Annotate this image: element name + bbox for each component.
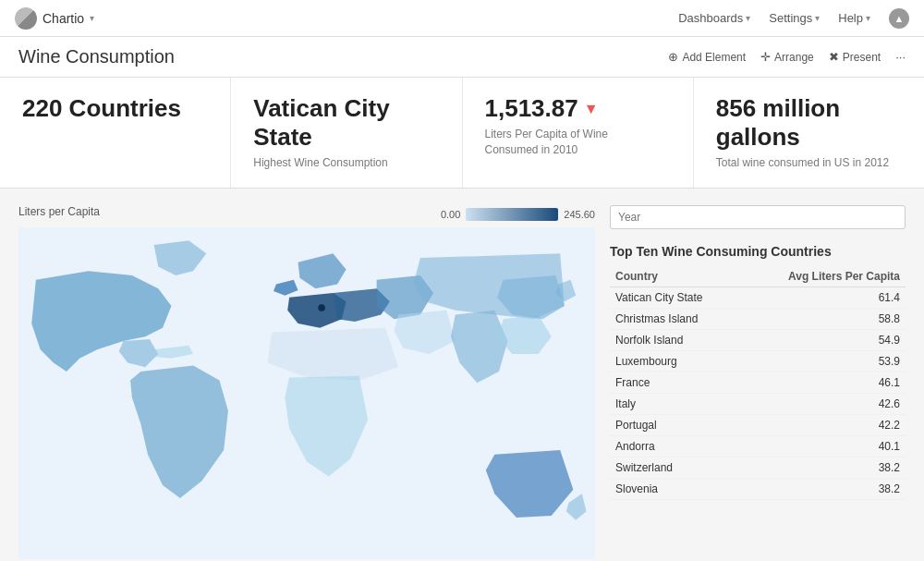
help-chevron: ▾ [866,13,870,23]
avg-cell: 42.2 [741,415,906,436]
avg-cell: 54.9 [741,330,906,351]
country-cell: Andorra [610,436,741,457]
svg-point-1 [318,304,325,311]
brand-name[interactable]: Chartio [43,11,84,26]
nav-help[interactable]: Help ▾ [838,11,870,25]
avg-cell: 58.8 [741,309,906,330]
metric-vatican-value: Vatican City State [253,94,439,152]
country-cell: Slovenia [610,479,741,500]
country-cell: Christmas Island [610,309,741,330]
dashboards-chevron: ▾ [746,13,750,23]
legend-gradient [466,208,558,221]
page-header: Wine Consumption ⊕ Add Element ✛ Arrange… [0,37,924,78]
table-row: Slovenia 38.2 [610,479,906,500]
avg-cell: 42.6 [741,394,906,415]
nav-dashboards[interactable]: Dashboards ▾ [678,11,750,25]
metric-countries-value: 220 Countries [22,94,208,123]
top-countries-table: Country Avg Liters Per Capita Vatican Ci… [610,266,906,500]
avg-cell: 40.1 [741,436,906,457]
nav-settings[interactable]: Settings ▾ [769,11,820,25]
metric-vatican: Vatican City State Highest Wine Consumpt… [231,78,462,188]
col-avg-header: Avg Liters Per Capita [741,266,906,287]
metric-countries: 220 Countries [0,78,231,188]
logo-icon [15,7,37,30]
nav-right: Dashboards ▾ Settings ▾ Help ▾ ▲ [678,8,909,29]
table-row: Luxembourg 53.9 [610,351,906,372]
table-row: Andorra 40.1 [610,436,906,457]
table-row: Portugal 42.2 [610,415,906,436]
metric-liters-value: 1,513.87 ▼ [485,94,671,123]
table-title: Top Ten Wine Consuming Countries [610,244,906,259]
table-row: Christmas Island 58.8 [610,309,906,330]
metric-gallons-value: 856 million gallons [716,94,902,152]
nav-left: Chartio ▾ [15,7,94,30]
add-element-icon: ⊕ [668,50,678,64]
metric-liters-label: Liters Per Capita of WineConsumed in 201… [485,127,671,158]
country-cell: Vatican City State [610,287,741,309]
right-panel: Top Ten Wine Consuming Countries Country… [610,205,906,559]
avg-cell: 46.1 [741,372,906,394]
present-icon: ✖ [829,50,839,64]
more-icon: ··· [895,50,906,64]
table-header-row: Country Avg Liters Per Capita [610,266,906,287]
avg-cell: 61.4 [741,287,906,309]
country-cell: Switzerland [610,457,741,479]
world-map [18,227,595,559]
country-cell: Portugal [610,415,741,436]
main-content: Liters per Capita 0.00 245.60 [0,189,924,561]
settings-chevron: ▾ [815,13,820,23]
arrange-icon: ✛ [760,50,771,64]
header-actions: ⊕ Add Element ✛ Arrange ✖ Present ··· [668,50,906,64]
more-button[interactable]: ··· [895,50,906,64]
page-title: Wine Consumption [18,46,175,67]
country-cell: Italy [610,394,741,415]
legend-max: 245.60 [564,209,595,220]
country-cell: Luxembourg [610,351,741,372]
table-row: Switzerland 38.2 [610,457,906,479]
metric-gallons-label: Total wine consumed in US in 2012 [716,155,902,171]
avg-cell: 38.2 [741,457,906,479]
map-wrapper: Liters per Capita 0.00 245.60 [18,205,595,559]
arrange-button[interactable]: ✛ Arrange [760,50,814,64]
table-row: Norfolk Island 54.9 [610,330,906,351]
top-nav: Chartio ▾ Dashboards ▾ Settings ▾ Help ▾… [0,0,924,37]
legend: 0.00 245.60 [441,208,595,221]
table-row: Vatican City State 61.4 [610,287,906,309]
add-element-button[interactable]: ⊕ Add Element [668,50,746,64]
country-cell: Norfolk Island [610,330,741,351]
table-row: Italy 42.6 [610,394,906,415]
avg-cell: 53.9 [741,351,906,372]
metric-liters: 1,513.87 ▼ Liters Per Capita of WineCons… [463,78,694,188]
avg-cell: 38.2 [741,479,906,500]
metric-gallons: 856 million gallons Total wine consumed … [694,78,924,188]
country-cell: France [610,372,741,394]
year-input[interactable] [610,205,906,229]
metrics-row: 220 Countries Vatican City State Highest… [0,78,924,189]
col-country-header: Country [610,266,741,287]
map-section: Liters per Capita 0.00 245.60 [18,205,906,559]
legend-min: 0.00 [441,209,460,220]
down-arrow-icon: ▼ [584,100,599,117]
present-button[interactable]: ✖ Present [829,50,881,64]
user-icon: ▲ [894,13,905,24]
metric-vatican-label: Highest Wine Consumption [253,155,439,171]
map-section-label: Liters per Capita [18,205,100,218]
table-row: France 46.1 [610,372,906,394]
brand-chevron: ▾ [90,13,94,23]
user-avatar[interactable]: ▲ [889,8,909,29]
